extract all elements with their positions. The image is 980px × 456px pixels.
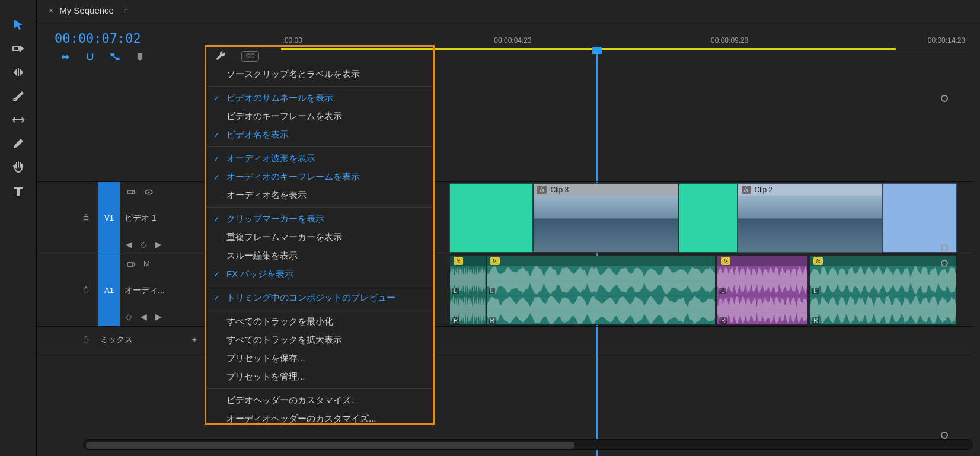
fx-badge-icon: fx	[813, 257, 823, 265]
track-toggle-v1[interactable]: V1	[98, 182, 120, 254]
type-tool[interactable]	[8, 180, 29, 202]
sync-lock-icon[interactable]	[941, 244, 948, 251]
menu-item[interactable]: ✓FX バッジを表示	[206, 265, 433, 283]
horizontal-scrollbar[interactable]	[83, 439, 973, 450]
slip-tool[interactable]	[8, 109, 29, 130]
svg-rect-3	[111, 53, 115, 56]
linked-selection-icon[interactable]	[108, 51, 122, 63]
menu-separator	[206, 86, 433, 87]
razor-tool[interactable]	[8, 85, 29, 107]
lock-icon[interactable]	[82, 285, 95, 295]
selection-tool[interactable]	[8, 14, 29, 36]
timeline-display-settings-menu: ソースクリップ名とラベルを表示✓ビデオのサムネールを表示ビデオのキーフレームを表…	[206, 63, 433, 434]
menu-item-label: すべてのトラックを拡大表示	[226, 334, 342, 346]
next-keyframe-icon[interactable]: ▶	[155, 312, 162, 321]
menu-item-label: オーディオ名を表示	[226, 190, 307, 201]
menu-item[interactable]: オーディオ名を表示	[206, 186, 433, 205]
add-keyframe-icon[interactable]: ◇	[141, 240, 147, 249]
video-clip[interactable]	[449, 183, 533, 253]
audio-clip[interactable]: fxLR	[809, 256, 956, 325]
ripple-edit-tool[interactable]	[8, 62, 29, 83]
ruler-tick-label: 00:00:14:23	[928, 36, 965, 44]
lock-icon[interactable]	[82, 335, 95, 345]
scrollbar-thumb[interactable]	[86, 442, 574, 449]
channel-R-badge: R	[489, 317, 496, 324]
menu-item[interactable]: オーディオヘッダーのカスタマイズ...	[206, 410, 433, 428]
track-select-tool[interactable]	[8, 38, 29, 59]
pen-tool[interactable]	[8, 133, 29, 154]
keyframe-mode-icon[interactable]: ◇	[126, 312, 132, 321]
mute-icon[interactable]: M	[143, 259, 150, 272]
timeline-display-settings-button[interactable]	[210, 49, 231, 63]
menu-item[interactable]: ビデオヘッダーのカスタマイズ...	[206, 391, 433, 410]
svg-rect-1	[18, 68, 19, 76]
menu-item[interactable]: 重複フレームマーカーを表示	[206, 228, 433, 247]
lock-icon[interactable]	[82, 213, 95, 223]
menu-item[interactable]: プリセットを管理...	[206, 368, 433, 386]
check-icon: ✓	[213, 215, 226, 224]
current-timecode[interactable]: 00:00:07:02	[55, 31, 141, 46]
menu-separator	[206, 207, 433, 208]
menu-item[interactable]: すべてのトラックを拡大表示	[206, 331, 433, 349]
menu-item[interactable]: ✓クリップマーカーを表示	[206, 210, 433, 228]
channel-L-badge: L	[489, 288, 496, 294]
menu-item-label: ソースクリップ名とラベルを表示	[226, 69, 360, 80]
menu-item[interactable]: ✓ビデオ名を表示	[206, 126, 433, 144]
marker-icon[interactable]	[133, 51, 147, 63]
video-clip[interactable]: fxClip 2	[738, 183, 883, 253]
menu-item-label: ビデオのサムネールを表示	[226, 93, 333, 104]
ruler-tick-label: :00:00	[283, 36, 302, 44]
audio-clip[interactable]: fxLR	[486, 256, 716, 325]
ruler-tick-label: 00:00:09:23	[711, 36, 748, 44]
menu-item-label: スルー編集を表示	[226, 250, 298, 262]
menu-item[interactable]: ソースクリップ名とラベルを表示	[206, 65, 433, 84]
menu-item[interactable]: スルー編集を表示	[206, 247, 433, 265]
next-keyframe-icon[interactable]: ▶	[155, 240, 162, 249]
menu-item-label: ビデオ名を表示	[226, 129, 289, 141]
toggle-output-icon[interactable]	[126, 259, 136, 272]
add-track-icon[interactable]: ✦	[191, 335, 198, 345]
check-icon: ✓	[213, 173, 226, 181]
toggle-output-icon[interactable]	[126, 187, 136, 199]
svg-rect-0	[13, 47, 19, 50]
menu-item[interactable]: ✓トリミング中のコンポジットのプレビュー	[206, 289, 433, 307]
menu-item[interactable]: プリセットを保存...	[206, 349, 433, 368]
audio-clip[interactable]: fxLR	[449, 256, 486, 325]
fx-badge-icon: fx	[537, 186, 547, 194]
svg-rect-11	[84, 339, 88, 342]
toggle-visibility-icon[interactable]	[143, 187, 154, 199]
sequence-menu-icon[interactable]: ≡	[123, 6, 128, 15]
hand-tool[interactable]	[8, 157, 29, 178]
fx-badge-icon: fx	[454, 257, 463, 265]
sequence-name[interactable]: My Sequence	[59, 5, 114, 15]
sync-lock-icon[interactable]	[941, 95, 948, 102]
prev-keyframe-icon[interactable]: ◀	[126, 240, 132, 249]
check-icon: ✓	[213, 154, 226, 163]
clip-label: Clip 3	[550, 186, 569, 194]
menu-item[interactable]: ✓オーディオ波形を表示	[206, 149, 433, 168]
track-toggle-a1[interactable]: A1	[98, 254, 120, 326]
audio-clip[interactable]: fxLR	[717, 256, 808, 325]
menu-item-label: クリップマーカーを表示	[226, 213, 324, 225]
close-sequence-icon[interactable]: ×	[49, 6, 53, 15]
video-clip[interactable]	[679, 183, 737, 253]
snap-icon[interactable]	[83, 51, 97, 63]
menu-item[interactable]: ✓オーディオのキーフレームを表示	[206, 168, 433, 186]
channel-R-badge: R	[812, 317, 819, 324]
sync-lock-icon[interactable]	[941, 260, 948, 267]
menu-item-label: プリセットを管理...	[226, 371, 305, 382]
insert-overwrite-icon[interactable]	[58, 51, 72, 63]
menu-item[interactable]: すべてのトラックを最小化	[206, 312, 433, 331]
time-ruler[interactable]: :00:0000:00:04:2300:00:09:2300:00:14:23	[245, 36, 968, 60]
track-name-v1: ビデオ 1	[125, 213, 157, 224]
video-clip[interactable]	[883, 183, 956, 253]
video-clip[interactable]: fxClip 3	[533, 183, 679, 253]
svg-rect-6	[127, 190, 133, 194]
work-area-bar[interactable]	[281, 48, 896, 50]
captions-toggle[interactable]: CC	[241, 50, 259, 62]
menu-item[interactable]: ✓ビデオのサムネールを表示	[206, 89, 433, 107]
check-icon: ✓	[213, 270, 226, 279]
prev-keyframe-icon[interactable]: ◀	[141, 312, 147, 321]
menu-item[interactable]: ビデオのキーフレームを表示	[206, 107, 433, 126]
sync-lock-icon[interactable]	[941, 432, 948, 439]
